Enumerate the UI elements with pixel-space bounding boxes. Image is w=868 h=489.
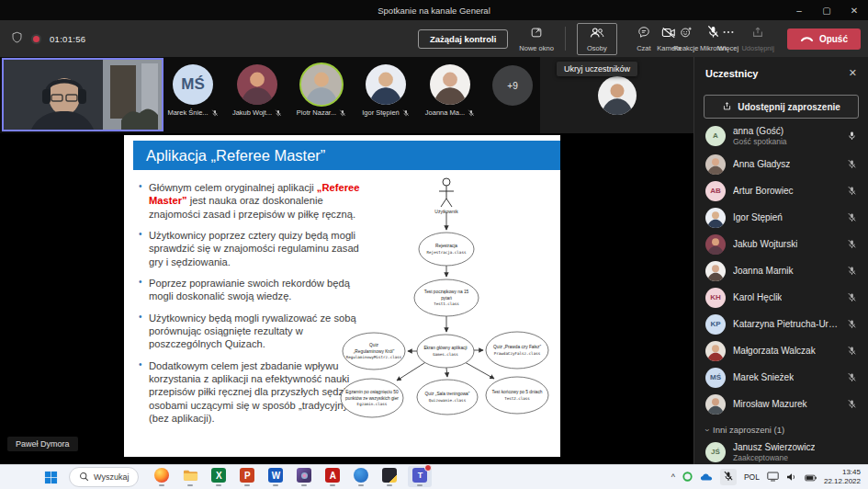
tray-overflow-icon[interactable]: ^: [671, 472, 675, 482]
start-button[interactable]: [44, 471, 58, 484]
use-case-quiz-sala: Quiz „Sala treningowa”Quizowanie.class: [417, 380, 478, 415]
muted-mic-icon: [402, 109, 410, 117]
self-video[interactable]: [2, 58, 163, 131]
window-titlebar: Spotkanie na kanale General – ▢ ✕: [0, 0, 868, 20]
thunderbird-icon[interactable]: [351, 467, 371, 486]
running-app-indicator: [187, 484, 193, 486]
participant-initials-avatar: KP: [705, 314, 726, 335]
svg-text:PrawdaCzyFalsz.class: PrawdaCzyFalsz.class: [494, 351, 541, 356]
svg-text:Games.class: Games.class: [433, 352, 458, 357]
running-app-indicator: [273, 484, 278, 486]
muted-mic-icon[interactable]: [847, 239, 857, 249]
share-invite-icon: [722, 101, 732, 113]
battery-icon[interactable]: [805, 469, 817, 485]
share-button[interactable]: Udostępnij: [741, 26, 773, 52]
system-tray: ^ POL 13:45 22.12.2022: [671, 468, 862, 486]
language-indicator[interactable]: POL: [744, 472, 760, 482]
explorer-icon[interactable]: [180, 467, 200, 486]
muted-mic-icon[interactable]: [847, 319, 857, 329]
meeting-timer: 01:01:56: [50, 34, 85, 44]
network-icon[interactable]: [767, 469, 779, 485]
muted-mic-icon[interactable]: [847, 372, 857, 382]
powerpoint-icon[interactable]: P: [237, 467, 257, 486]
close-button[interactable]: ✕: [840, 6, 868, 16]
diagram-svg: UżytkownikRejestracjaRejestracja.classTe…: [340, 172, 560, 438]
participant-row[interactable]: Mirosław Mazurek: [694, 391, 868, 417]
volume-icon[interactable]: [786, 469, 797, 485]
chat-icon: [637, 26, 650, 42]
meeting-toolbar: 01:01:56 Zażądaj kontroli Nowe okno Osob…: [0, 20, 868, 57]
leave-button[interactable]: Opuść: [787, 28, 861, 50]
participant-row[interactable]: Jakub Wojturski: [694, 231, 868, 257]
participant-thumbnail[interactable]: Jakub Wojt...: [235, 64, 279, 117]
svg-text:Egzamin.class: Egzamin.class: [357, 402, 388, 406]
muted-mic-icon[interactable]: [847, 212, 857, 222]
participant-photo-avatar: [366, 64, 406, 105]
notification-badge: [424, 464, 432, 472]
participant-row[interactable]: MŚMarek Śnieżek: [694, 364, 868, 391]
firefox-icon[interactable]: [152, 467, 172, 486]
svg-text:Quiz „Sala treningowa”: Quiz „Sala treningowa”: [425, 392, 470, 396]
participants-panel: Uczestnicy ✕ Udostępnij zaproszenie Aann…: [693, 57, 868, 464]
tray-mic-muted-icon[interactable]: [720, 469, 737, 485]
participant-thumbnail[interactable]: Piotr Nazar...: [299, 64, 344, 117]
onedrive-icon[interactable]: [700, 469, 713, 485]
toolbar-divider: [565, 27, 566, 51]
participant-row[interactable]: Aanna (Gość)Gość spotkania: [694, 120, 868, 151]
request-control-button[interactable]: Zażądaj kontroli: [418, 29, 508, 49]
participant-photo-avatar: [237, 64, 277, 105]
participant-row[interactable]: Igor Stępień: [694, 204, 868, 231]
muted-mic-icon[interactable]: [847, 159, 857, 169]
graphics-app-icon[interactable]: [294, 467, 314, 486]
muted-mic-icon[interactable]: [847, 186, 857, 196]
participant-row[interactable]: Anna Gładysz: [694, 151, 868, 177]
muted-mic-icon[interactable]: [847, 346, 857, 356]
muted-mic-icon[interactable]: [847, 266, 857, 276]
participant-row[interactable]: ABArtur Borowiec: [694, 177, 868, 204]
running-app-indicator: [330, 484, 335, 486]
close-panel-icon[interactable]: ✕: [849, 67, 857, 79]
taskbar-clock[interactable]: 13:45 22.12.2022: [824, 468, 861, 486]
new-window-button[interactable]: Nowe okno: [519, 26, 554, 52]
participant-photo-avatar: [598, 76, 637, 115]
running-app-indicator: [387, 484, 392, 486]
muted-mic-icon[interactable]: [847, 292, 857, 302]
maximize-button[interactable]: ▢: [813, 6, 840, 16]
use-case-rejestracja: RejestracjaRejestracja.class: [419, 233, 474, 266]
participant-row[interactable]: JŚJanusz ŚwierzowiczZaakceptowane: [694, 437, 868, 467]
share-invite-button[interactable]: Udostępnij zaproszenie: [704, 95, 859, 119]
participant-thumbnail[interactable]: MŚMarek Śnie...: [171, 64, 215, 117]
excel-icon[interactable]: X: [209, 467, 229, 486]
muted-mic-icon: [339, 109, 346, 117]
participant-subtitle: Gość spotkania: [733, 137, 787, 146]
taskbar-search[interactable]: Wyszukaj: [69, 467, 139, 487]
muted-mic-icon[interactable]: [847, 399, 857, 409]
svg-text:„Regulaminowy Król”: „Regulaminowy Król”: [354, 349, 395, 354]
svg-text:Quiz: Quiz: [369, 343, 378, 347]
participant-name: anna (Gość): [733, 126, 787, 136]
acrobat-icon[interactable]: A: [322, 467, 343, 486]
notes-app-icon[interactable]: [379, 467, 400, 486]
participant-thumbnail-name: Marek Śnie...: [167, 108, 208, 117]
minimize-button[interactable]: –: [785, 6, 813, 16]
word-icon[interactable]: W: [265, 467, 286, 486]
invited-section-header[interactable]: ›Inni zaproszeni (1): [694, 417, 868, 437]
participant-row[interactable]: KHKarol Hęclik: [694, 284, 868, 311]
participant-thumbnail[interactable]: Joanna Ma...: [428, 64, 472, 117]
participant-row[interactable]: Małgorzata Walczak: [694, 337, 868, 364]
teams-icon[interactable]: T: [408, 466, 432, 487]
camera-button[interactable]: Kamera: [653, 26, 684, 52]
use-case-test1: Test początkowy na 15pytańTest1.class: [414, 279, 479, 316]
more-participants-badge[interactable]: +9: [492, 65, 533, 106]
participant-row[interactable]: Joanna Marnik: [694, 257, 868, 284]
window-title: Spotkanie na kanale General: [378, 6, 490, 16]
participant-thumbnail[interactable]: Igor Stępień: [364, 64, 408, 117]
people-button[interactable]: Osoby: [577, 23, 617, 55]
svg-text:Quiz „Prawda czy Fałsz”: Quiz „Prawda czy Fałsz”: [493, 345, 541, 349]
microphone-button[interactable]: Mikrofon: [697, 25, 728, 52]
mic-icon[interactable]: [847, 131, 857, 141]
participant-photo-avatar: [705, 154, 726, 175]
actor-uzytkownik: Użytkownik: [434, 178, 458, 214]
antivirus-icon[interactable]: [682, 469, 693, 485]
participant-row[interactable]: KPKatarzyna Pietrucha-Urbanik: [694, 311, 868, 337]
